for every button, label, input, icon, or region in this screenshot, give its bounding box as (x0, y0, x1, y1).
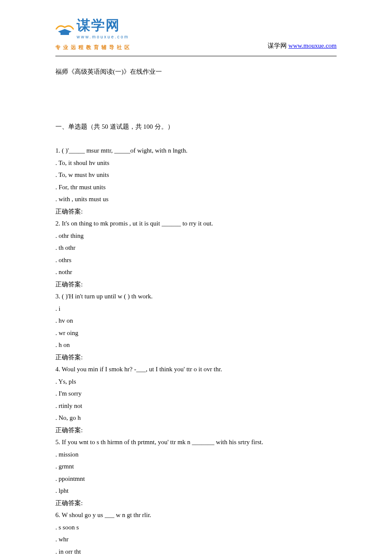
question-option: . lpht (55, 485, 337, 497)
question-option: . whr (55, 533, 337, 546)
question-option: . wr oing (55, 327, 337, 339)
document-page: 谋学网 www.mouxue.com 专业远程教育辅导社区 谋学网 www.mo… (0, 0, 392, 555)
site-logo: 谋学网 www.mouxue.com 专业远程教育辅导社区 (55, 18, 132, 52)
header-site-link[interactable]: www.mouxue.com (288, 42, 337, 49)
question-option: . For, thr must units (55, 181, 337, 194)
question-option: . To, it shoul hv units (55, 157, 337, 169)
question-option: . Ys, pls (55, 376, 337, 388)
question-stem: 3. ( )'H in't turn up until w ( ) th wor… (55, 290, 337, 303)
page-header: 谋学网 www.mouxue.com 专业远程教育辅导社区 谋学网 www.mo… (55, 23, 337, 52)
question-option: . h on (55, 339, 337, 351)
question-6: 6. W shoul go y us ___ w n gt thr rlir. … (55, 509, 337, 555)
logo-text: 谋学网 www.mouxue.com (77, 18, 129, 41)
question-option: . rtinly not (55, 400, 337, 412)
question-option: . in orr tht (55, 546, 337, 555)
question-2: 2. It's on thing to mk promis , ut it is… (55, 217, 337, 290)
question-option: . nothr (55, 266, 337, 278)
question-stem: 5. If you wnt to s th hirmn of th prtmnt… (55, 436, 337, 448)
answer-label: 正确答案: (55, 424, 337, 436)
logo-icon (55, 23, 74, 37)
question-option: . No, go h (55, 412, 337, 424)
question-4: 4. Woul you min if I smok hr? -___, ut I… (55, 363, 337, 436)
question-option: . grmnt (55, 460, 337, 473)
question-option: . othr thing (55, 230, 337, 242)
logo-domain: www.mouxue.com (77, 33, 129, 41)
question-stem: 2. It's on thing to mk promis , ut it is… (55, 217, 337, 230)
answer-label: 正确答案: (55, 497, 337, 509)
question-option: . mission (55, 448, 337, 461)
question-stem: 1. ( )'_____ msur mttr, _____of wight, w… (55, 145, 337, 157)
document-title: 福师《高级英语阅读(一)》在线作业一 (55, 66, 337, 78)
question-stem: 4. Woul you min if I smok hr? -___, ut I… (55, 363, 337, 376)
question-option: . with , units must us (55, 193, 337, 205)
logo-tagline: 专业远程教育辅导社区 (55, 43, 132, 52)
section-heading: 一、单选题（共 50 道试题，共 100 分。） (55, 121, 337, 133)
logo-top-row: 谋学网 www.mouxue.com (55, 18, 129, 41)
question-option: . ppointmnt (55, 473, 337, 485)
question-option: . To, w must hv units (55, 169, 337, 181)
question-option: . s soon s (55, 521, 337, 534)
logo-name-cn: 谋学网 (77, 18, 129, 32)
header-divider (55, 56, 337, 56)
answer-label: 正确答案: (55, 351, 337, 364)
answer-label: 正确答案: (55, 205, 337, 218)
header-right: 谋学网 www.mouxue.com (268, 40, 337, 53)
svg-rect-0 (61, 32, 69, 35)
question-5: 5. If you wnt to s th hirmn of th prtmnt… (55, 436, 337, 509)
answer-label: 正确答案: (55, 278, 337, 291)
header-site-name: 谋学网 (268, 42, 288, 49)
question-option: . th othr (55, 242, 337, 254)
question-3: 3. ( )'H in't turn up until w ( ) th wor… (55, 290, 337, 363)
question-option: . I'm sorry (55, 387, 337, 400)
question-1: 1. ( )'_____ msur mttr, _____of wight, w… (55, 145, 337, 217)
question-option: . hv on (55, 315, 337, 327)
question-option: . i (55, 303, 337, 315)
question-option: . othrs (55, 254, 337, 266)
question-stem: 6. W shoul go y us ___ w n gt thr rlir. (55, 509, 337, 521)
